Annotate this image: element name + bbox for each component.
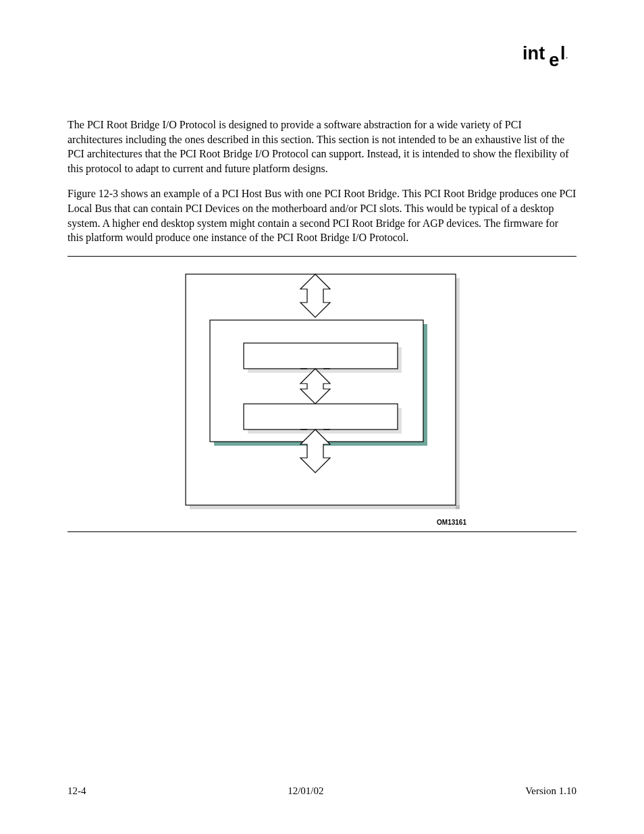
svg-rect-6 bbox=[456, 278, 460, 509]
intel-logo: int e l bbox=[68, 41, 576, 70]
paragraph-2: Figure 12-3 shows an example of a PCI Ho… bbox=[68, 186, 576, 244]
svg-rect-15 bbox=[244, 404, 398, 429]
svg-rect-11 bbox=[244, 343, 398, 369]
footer-date: 12/01/02 bbox=[288, 785, 323, 797]
paragraph-1: The PCI Root Bridge I/O Protocol is desi… bbox=[68, 118, 576, 176]
intel-logo-icon: int e l bbox=[522, 41, 576, 68]
svg-rect-5 bbox=[190, 505, 460, 509]
page-footer: 12-4 12/01/02 Version 1.10 bbox=[68, 785, 576, 797]
figure-diagram bbox=[173, 265, 471, 515]
figure-container: OM13161 bbox=[68, 256, 576, 532]
svg-text:int: int bbox=[522, 43, 545, 63]
svg-text:l: l bbox=[560, 43, 566, 63]
footer-page-number: 12-4 bbox=[68, 785, 86, 797]
footer-version: Version 1.10 bbox=[525, 785, 576, 797]
svg-text:e: e bbox=[549, 49, 559, 68]
svg-point-3 bbox=[566, 57, 568, 59]
figure-om-code: OM13161 bbox=[173, 519, 471, 526]
